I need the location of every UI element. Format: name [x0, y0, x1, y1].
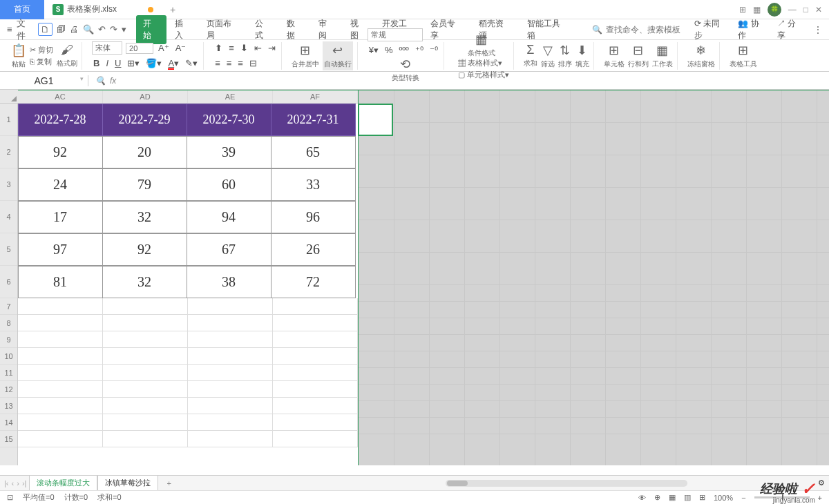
- col-header[interactable]: AE: [188, 90, 273, 103]
- data-cell[interactable]: 24: [18, 168, 103, 201]
- view-normal-icon[interactable]: ▦: [669, 493, 676, 502]
- decrease-font-icon[interactable]: A⁻: [174, 41, 188, 55]
- row-header[interactable]: 9: [0, 331, 17, 348]
- merge-icon[interactable]: ⊞: [300, 43, 310, 58]
- type-convert-icon[interactable]: ⟲: [400, 57, 410, 72]
- sheet-nav-button[interactable]: |‹: [4, 479, 9, 487]
- data-cell[interactable]: 17: [18, 201, 103, 233]
- name-box[interactable]: AG1: [0, 75, 88, 86]
- zoom-level[interactable]: 100%: [714, 494, 733, 502]
- row-header[interactable]: 14: [0, 414, 17, 431]
- format-painter-icon[interactable]: 🖌: [61, 43, 73, 57]
- comma-icon[interactable]: ººº: [398, 43, 410, 57]
- row-header[interactable]: 11: [0, 365, 17, 381]
- decimal-dec-icon[interactable]: ⁻⁰: [428, 43, 439, 57]
- dropdown-icon[interactable]: ▾: [122, 24, 126, 35]
- row-header[interactable]: 3: [0, 168, 17, 201]
- highlight-icon[interactable]: ✎▾: [184, 57, 199, 70]
- row-header[interactable]: 5: [0, 233, 17, 266]
- sheet-tab[interactable]: 冰镇草莓沙拉: [97, 475, 158, 492]
- data-cell[interactable]: 26: [271, 233, 356, 266]
- row-header[interactable]: 12: [0, 381, 17, 398]
- add-tab-button[interactable]: +: [162, 4, 184, 15]
- filter-icon[interactable]: ▽: [543, 43, 553, 58]
- h-scrollbar[interactable]: [180, 480, 815, 487]
- eye-icon[interactable]: 👁: [638, 494, 646, 502]
- save-icon[interactable]: 🗋: [38, 23, 53, 36]
- redo-icon[interactable]: ↷: [110, 24, 117, 35]
- user-avatar[interactable]: 🍀: [768, 3, 781, 17]
- select-all-corner[interactable]: [0, 90, 18, 104]
- data-cell[interactable]: 60: [187, 168, 271, 201]
- fill-color-icon[interactable]: 🪣▾: [144, 57, 163, 70]
- percent-icon[interactable]: %: [383, 43, 394, 57]
- share-button[interactable]: ↗ 分享: [777, 18, 804, 41]
- cut-button[interactable]: ✂ 剪切: [30, 45, 53, 55]
- distribute-icon[interactable]: ⊟: [248, 57, 258, 70]
- menu-tab-0[interactable]: 开始: [136, 15, 166, 44]
- row-header[interactable]: 4: [0, 201, 17, 233]
- wrap-icon[interactable]: ↩: [332, 43, 343, 58]
- fill-icon[interactable]: ⬇: [577, 43, 587, 58]
- number-format-select[interactable]: 常规: [368, 28, 423, 41]
- col-header[interactable]: AD: [103, 90, 188, 103]
- data-cell[interactable]: 20: [102, 136, 187, 168]
- maximize-button[interactable]: □: [803, 5, 808, 14]
- menu-tab-2[interactable]: 页面布局: [200, 15, 247, 44]
- unsync-button[interactable]: ⟳ 未同步: [694, 18, 728, 41]
- data-cell[interactable]: 81: [18, 266, 103, 298]
- header-cell[interactable]: 2022-7-28: [18, 104, 103, 136]
- currency-icon[interactable]: ¥▾: [368, 43, 380, 57]
- row-header[interactable]: 7: [0, 298, 17, 315]
- center-icon[interactable]: ⊕: [654, 493, 660, 502]
- undo-icon[interactable]: ↶: [98, 24, 106, 35]
- underline-button[interactable]: U: [113, 57, 122, 70]
- data-cell[interactable]: 65: [271, 136, 356, 168]
- layout-icon[interactable]: ⊞: [739, 5, 746, 14]
- align-middle-icon[interactable]: ≡: [227, 41, 236, 55]
- zoom-out-button[interactable]: −: [741, 494, 745, 502]
- row-header[interactable]: 6: [0, 266, 17, 298]
- file-menu[interactable]: 文件: [17, 17, 35, 42]
- empty-area[interactable]: [358, 90, 829, 465]
- decimal-inc-icon[interactable]: ⁺⁰: [414, 43, 425, 57]
- paste-icon[interactable]: 📋: [11, 43, 26, 58]
- indent-right-icon[interactable]: ⇥: [267, 41, 277, 55]
- data-cell[interactable]: 96: [271, 201, 356, 233]
- row-header[interactable]: 15: [0, 431, 17, 447]
- sheet-tab[interactable]: 滚动条幅度过大: [29, 475, 97, 492]
- sheet-nav-button[interactable]: ›|: [22, 479, 27, 487]
- data-cell[interactable]: 32: [102, 266, 187, 298]
- increase-font-icon[interactable]: A⁺: [157, 41, 171, 55]
- preview-icon[interactable]: 🔍: [83, 24, 94, 35]
- grid-icon[interactable]: ▦: [753, 5, 761, 14]
- data-cell[interactable]: 92: [18, 136, 103, 168]
- header-cell[interactable]: 2022-7-30: [187, 104, 271, 136]
- home-tab[interactable]: 首页: [0, 0, 44, 19]
- menu-tab-1[interactable]: 插入: [168, 15, 198, 44]
- data-cell[interactable]: 38: [187, 266, 271, 298]
- rowcol-icon[interactable]: ⊟: [633, 43, 643, 58]
- active-cell[interactable]: [358, 104, 393, 136]
- row-header[interactable]: 8: [0, 315, 17, 331]
- menu-tab-4[interactable]: 数据: [280, 15, 310, 44]
- minimize-button[interactable]: —: [788, 5, 797, 14]
- data-cell[interactable]: 92: [102, 233, 187, 266]
- sheet-nav-button[interactable]: ›: [17, 479, 19, 487]
- align-right-icon[interactable]: ≡: [236, 57, 245, 70]
- data-cell[interactable]: 39: [187, 136, 271, 168]
- freeze-icon[interactable]: ❄: [696, 43, 706, 58]
- data-cell[interactable]: 79: [102, 168, 187, 201]
- bold-button[interactable]: B: [92, 57, 101, 70]
- more-icon[interactable]: ⋮: [814, 25, 822, 35]
- fx-label[interactable]: 🔍fx: [88, 76, 123, 86]
- table-style-button[interactable]: ▦ 表格样式▾: [458, 58, 509, 68]
- row-header[interactable]: 13: [0, 398, 17, 414]
- align-top-icon[interactable]: ⬆: [213, 41, 224, 55]
- sum-icon[interactable]: Σ: [526, 43, 534, 57]
- align-bottom-icon[interactable]: ⬇: [239, 41, 249, 55]
- header-cell[interactable]: 2022-7-29: [102, 104, 187, 136]
- align-center-icon[interactable]: ≡: [225, 57, 234, 70]
- row-header[interactable]: 10: [0, 348, 17, 365]
- header-cell[interactable]: 2022-7-31: [271, 104, 356, 136]
